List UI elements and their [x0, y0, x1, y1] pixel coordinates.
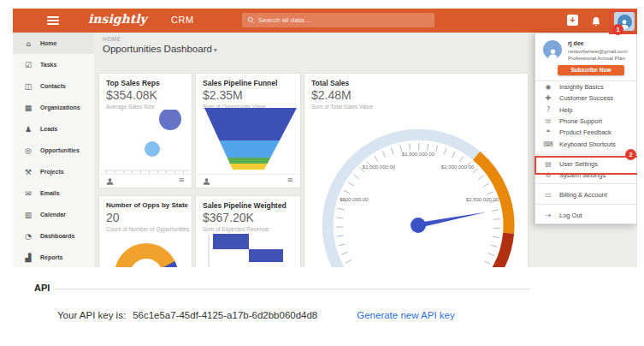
card-footer: ≡ [196, 174, 300, 188]
sidebar-item-dashboards[interactable]: ◔ Dashboards [13, 225, 94, 247]
user-email: networkertest@gmail.com [568, 49, 627, 54]
card-total-sales: Total Sales $2.48M Sum of Total Sales Va… [304, 73, 529, 267]
menu-item-help[interactable]: ? Help [535, 104, 636, 116]
generate-api-key-link[interactable]: Generate new API key [357, 310, 454, 320]
help-icon: ? [543, 106, 553, 114]
gauge-tick-label: $1,000,000.00 [363, 164, 395, 170]
sidebar-item-reports[interactable]: ▟ Reports [13, 247, 94, 267]
card-opps-by-state: Number of Opps by State 20 Count of Numb… [98, 195, 192, 267]
gauge-tick-label: $500,000.00 [340, 197, 368, 202]
menu-separator [535, 154, 636, 155]
gear-icon: ⚙ [543, 171, 553, 179]
sidebar-item-leads[interactable]: ♟ Leads [13, 118, 94, 140]
sidebar-item-calendar[interactable]: ▥ Calendar [13, 204, 94, 225]
phone-icon: ☏ [543, 117, 553, 125]
notifications-bell-icon[interactable] [591, 15, 601, 27]
search-input[interactable] [258, 16, 429, 24]
menu-item-system-settings[interactable]: ⚙ System Settings [535, 170, 636, 181]
api-key-row: Your API key is: 56c1e5a7-45df-4125-a17b… [57, 310, 455, 320]
projects-icon: ⚒ [21, 168, 35, 176]
user-plan: Professional Annual Plan [568, 56, 625, 61]
waterfall-bar-chart [196, 196, 301, 267]
menu-item-phone-support[interactable]: ☏ Phone Support [535, 116, 636, 127]
user-settings-icon: ▤ [543, 160, 553, 168]
crm-screenshot: insightly CRM + [13, 9, 637, 267]
organizations-icon: ▦ [21, 104, 35, 112]
menu-separator [535, 183, 636, 184]
sidebar-item-tasks[interactable]: ☑ Tasks [13, 54, 94, 75]
sidebar-item-contacts[interactable]: ◫ Contacts [13, 75, 94, 97]
sidebar-item-projects[interactable]: ⚒ Projects [13, 161, 94, 182]
page-title[interactable]: Opportunities Dashboard▾ [103, 44, 217, 54]
user-menu-header: rj dee networkertest@gmail.com Professio… [535, 33, 636, 81]
annotation-badge-1: 1 [612, 24, 623, 35]
contacts-icon: ◫ [21, 82, 35, 91]
insightly-basics-icon: ◉ [543, 83, 553, 91]
page: insightly CRM + [0, 0, 644, 346]
app-name: CRM [171, 15, 194, 25]
menu-item-keyboard-shortcuts[interactable]: ⌨ Keyboard Shortcuts [535, 139, 636, 150]
api-key-value: 56c1e5a7-45df-4125-a17b-6d2bb060d4d8 [133, 310, 317, 320]
sidebar-item-home[interactable]: ⌂ Home [13, 33, 94, 54]
card-title: Top Sales Reps [106, 79, 160, 87]
card-footer: ≡ [99, 174, 192, 188]
caret-down-icon: ▾ [214, 46, 217, 54]
gauge-tick-label: $2,000,000.00 [441, 164, 474, 170]
dashboards-icon: ◔ [21, 232, 35, 241]
card-sales-pipeline-funnel: Sales Pipeline Funnel $2.35M Sum of Oppo… [195, 73, 301, 188]
sidebar-item-organizations[interactable]: ▦ Organizations [13, 97, 94, 118]
menu-item-insightly-basics[interactable]: ◉ Insightly Basics [535, 81, 636, 92]
sidebar-item-emails[interactable]: ✉ Emails [13, 182, 94, 204]
api-key-label: Your API key is: [57, 310, 126, 320]
annotation-badge-2: 2 [625, 149, 636, 160]
funnel-chart [196, 74, 301, 176]
menu-item-user-settings[interactable]: ▤ User Settings [535, 158, 636, 170]
home-icon: ⌂ [21, 39, 35, 48]
breadcrumb: HOME [103, 36, 121, 42]
owner-person-icon[interactable] [106, 177, 114, 185]
quick-add-button[interactable]: + [567, 15, 578, 26]
customer-success-icon: ✚ [543, 94, 553, 102]
menu-separator [535, 204, 636, 205]
sidebar-item-opportunities[interactable]: ◎ Opportunities [13, 140, 94, 161]
gauge-tick-label: $2,500,000.00 [466, 197, 499, 202]
user-menu-panel: rj dee networkertest@gmail.com Professio… [535, 33, 637, 224]
card-menu-icon[interactable]: ≡ [287, 176, 293, 184]
feedback-icon: ❝ [543, 128, 553, 136]
avatar-person-icon [547, 47, 559, 59]
calendar-icon: ▥ [21, 211, 35, 219]
card-subtitle: Average Sales Size [106, 104, 155, 110]
bubble-chart [99, 110, 192, 175]
owner-person-icon[interactable] [203, 177, 210, 185]
card-top-sales-reps: Top Sales Reps $354.08K Average Sales Si… [98, 73, 192, 188]
menu-item-customer-success[interactable]: ✚ Customer Success [535, 92, 636, 104]
card-value: $354.08K [106, 88, 157, 102]
user-avatar-large [543, 40, 562, 59]
billing-icon: ▭ [543, 191, 553, 199]
opportunities-icon: ◎ [21, 146, 35, 155]
api-section-divider [55, 289, 530, 289]
emails-icon: ✉ [21, 189, 35, 198]
menu-item-log-out[interactable]: → Log Out [535, 210, 636, 221]
gauge-tick-label: $1,500,000.00 [402, 152, 434, 157]
insightly-logo: insightly [88, 12, 147, 26]
topbar: insightly CRM + [13, 9, 637, 33]
tasks-icon: ☑ [21, 61, 35, 69]
user-name: rj dee [568, 40, 584, 46]
hamburger-menu-icon[interactable] [47, 16, 59, 26]
card-sales-pipeline-weighted: Sales Pipeline Weighted $367.20K Sum of … [195, 195, 301, 267]
reports-icon: ▟ [21, 254, 35, 262]
leads-icon: ♟ [21, 125, 35, 134]
sidebar: ⌂ Home ☑ Tasks ◫ Contacts ▦ Organization… [13, 33, 94, 267]
search-icon [247, 16, 255, 24]
subscribe-now-button[interactable]: Subscribe Now [558, 65, 624, 75]
gauge-chart [304, 74, 529, 267]
card-menu-icon[interactable]: ≡ [178, 176, 185, 184]
api-section-heading: API [34, 283, 50, 293]
global-search[interactable] [242, 13, 434, 27]
logout-icon: → [543, 212, 553, 219]
keyboard-icon: ⌨ [543, 140, 553, 148]
donut-chart [99, 196, 192, 267]
menu-item-product-feedback[interactable]: ❝ Product Feedback [535, 127, 636, 138]
menu-item-billing-account[interactable]: ▭ Billing & Account [535, 189, 636, 200]
